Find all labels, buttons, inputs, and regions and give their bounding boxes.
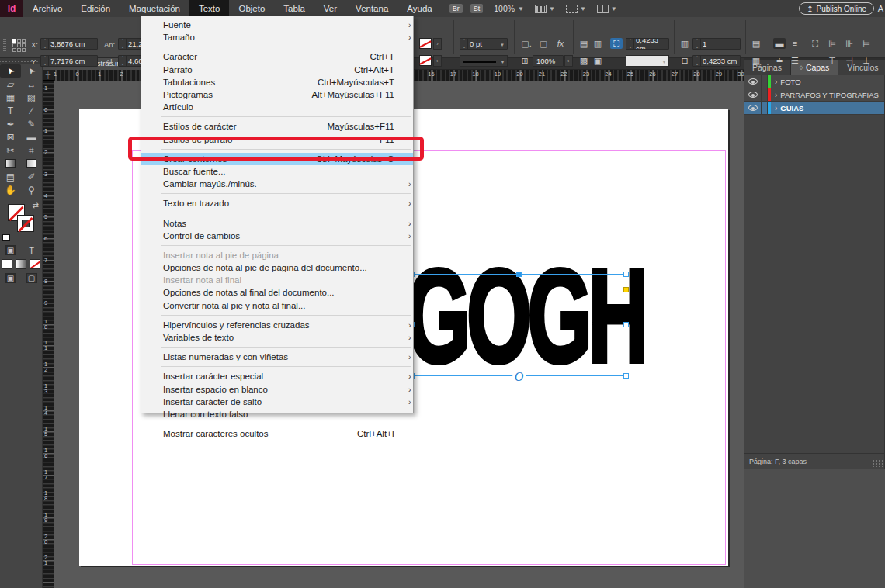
zoom-level-dropdown[interactable]: 100% ▼ (494, 4, 524, 13)
menubar-item-objeto[interactable]: Objeto (229, 0, 274, 17)
menu-item[interactable]: Texto en trazado› (141, 197, 413, 209)
selection-tool[interactable]: ➤ (0, 64, 21, 78)
menu-item[interactable]: CarácterCtrl+T (141, 50, 413, 63)
eyedropper-tool[interactable]: ✐ (21, 170, 42, 183)
align-right-edge-icon[interactable]: ⊨ (860, 38, 873, 49)
screen-mode-dropdown[interactable]: ▼ (566, 5, 586, 13)
formatting-affects-container-button[interactable]: ▣ (5, 245, 16, 255)
ruler-origin-corner[interactable]: ┼ (43, 70, 54, 81)
stepper-icon[interactable]: ⌃⌄ (120, 56, 127, 66)
swap-fill-stroke-icon[interactable]: ⇄ (33, 201, 39, 209)
align-top-icon[interactable]: ▬ (773, 38, 786, 49)
y-position-field[interactable]: ⌃⌄ 7,7176 cm (40, 55, 98, 67)
layer-row-guias[interactable]: ›GUIAS (744, 102, 884, 115)
reference-point-proxy[interactable] (12, 39, 26, 52)
note-tool[interactable]: ▤ (0, 170, 21, 183)
menu-item[interactable]: Notas› (141, 216, 413, 229)
stepper-icon[interactable]: ⌃⌄ (42, 56, 49, 66)
wrap-object-icon[interactable]: ▩ (578, 55, 590, 66)
stroke-weight-field[interactable]: ⌃⌄ 0 pt ▼ (460, 38, 508, 50)
distribute-center-icon[interactable]: ⊣ (843, 55, 856, 66)
object-style-dropdown[interactable]: ▼ (626, 55, 669, 67)
stepper-icon[interactable]: ⌃⌄ (461, 39, 468, 49)
menu-item[interactable]: Fuente› (141, 19, 413, 31)
menu-item[interactable]: Tamaño› (141, 31, 413, 43)
menu-item[interactable]: Mostrar caracteres ocultosCtrl+Alt+I (141, 427, 413, 440)
apply-gradient-button[interactable] (16, 259, 26, 269)
publish-online-button[interactable]: ↥ Publish Online (799, 2, 874, 15)
layer-expand-arrow-icon[interactable]: › (775, 78, 777, 86)
panel-resize-grip[interactable] (872, 459, 883, 467)
menu-item[interactable]: Control de cambios› (141, 230, 413, 242)
tint-field[interactable]: 100% (533, 55, 564, 67)
page-tool[interactable]: ▱ (0, 78, 21, 91)
menubar-item-ayuda[interactable]: Ayuda (397, 0, 441, 17)
scissors-tool[interactable]: ✂ (0, 144, 21, 157)
stroke-options-button[interactable]: › (433, 55, 442, 67)
menu-item[interactable]: Insertar carácter especial› (141, 370, 413, 382)
layer-visibility-toggle[interactable] (744, 102, 762, 114)
frame-fitting-icon[interactable]: ⛶ (610, 38, 623, 49)
tint-icon[interactable]: ⊞ (519, 55, 531, 66)
columns-field[interactable]: ⌃⌄ 1 (692, 38, 741, 50)
pen-tool[interactable]: ✒ (0, 117, 21, 130)
menu-item[interactable]: Hipervínculos y referencias cruzadas› (141, 319, 413, 331)
layer-lock-cell[interactable] (762, 88, 768, 101)
menu-item[interactable]: Variables de texto› (141, 331, 413, 344)
screen-mode-button[interactable]: ▢ (26, 273, 37, 283)
layer-lock-cell[interactable] (762, 75, 768, 88)
wrap-bounding-icon[interactable]: ▥ (592, 38, 604, 49)
arrange-documents-dropdown[interactable]: ▼ (597, 5, 617, 13)
layer-expand-arrow-icon[interactable]: › (775, 91, 777, 99)
align-bottom-icon[interactable]: ≐ (773, 55, 786, 66)
bridge-button[interactable]: Br (449, 4, 463, 13)
text-frame-selection[interactable]: O (411, 274, 626, 376)
columns-icon[interactable]: ▥ (678, 38, 691, 49)
hand-tool[interactable]: ✋ (0, 183, 21, 196)
tint-options-button[interactable]: › (564, 55, 573, 67)
align-center-icon[interactable]: ≡ (789, 38, 801, 49)
x-position-field[interactable]: ⌃⌄ 3,8676 cm (40, 38, 98, 50)
menubar-item-maquetación[interactable]: Maquetación (120, 0, 189, 17)
menu-item[interactable]: TabulacionesCtrl+Mayúsculas+T (141, 76, 413, 88)
direct-selection-tool[interactable]: ➤ (21, 64, 42, 78)
text-frame-columns-icon[interactable]: ▦ (750, 55, 762, 66)
menu-item[interactable]: PictogramasAlt+Mayúsculas+F11 (141, 88, 413, 101)
panel-drag-grip[interactable] (3, 39, 6, 53)
gutter-icon[interactable]: ⊟ (678, 55, 691, 66)
menu-item[interactable]: Opciones de nota al pie de página del do… (141, 261, 413, 274)
menubar-item-tabla[interactable]: Tabla (274, 0, 314, 17)
menu-item[interactable]: Artículo (141, 101, 413, 113)
menu-item[interactable]: Llenar con texto falso (141, 408, 413, 420)
menu-item[interactable]: Cambiar mayús./minús.› (141, 178, 413, 190)
menubar-item-edición[interactable]: Edición (71, 0, 120, 17)
apply-color-button[interactable] (2, 259, 12, 269)
view-options-dropdown[interactable]: ▼ (535, 5, 555, 13)
content-placer-tool[interactable]: ▨ (21, 91, 42, 104)
gap-tool[interactable]: ↔ (21, 78, 42, 91)
distribute-bottom-icon[interactable]: ⊥ (860, 55, 873, 66)
menu-item[interactable]: Opciones de notas al final del documento… (141, 286, 413, 299)
menu-item[interactable]: Insertar carácter de salto› (141, 396, 413, 408)
wrap-none-icon[interactable]: ▤ (578, 38, 590, 49)
stroke-style-dropdown[interactable]: ▼ (460, 55, 508, 67)
menubar-item-ventana[interactable]: Ventana (346, 0, 397, 17)
stepper-icon[interactable]: ⌃⌄ (694, 56, 701, 66)
apply-none-button[interactable] (30, 259, 40, 269)
menubar-item-texto[interactable]: Texto (189, 0, 230, 17)
layer-visibility-toggle[interactable] (744, 88, 762, 101)
menu-item[interactable]: PárrafoCtrl+Alt+T (141, 64, 413, 76)
type-tool[interactable]: T (0, 104, 21, 117)
layer-lock-cell[interactable] (762, 102, 768, 114)
menu-item[interactable]: Convertir nota al pie y nota al final... (141, 299, 413, 312)
default-fill-stroke-icon[interactable] (2, 234, 10, 241)
menu-item[interactable]: Listas numeradas y con viñetas› (141, 351, 413, 363)
stepper-icon[interactable]: ⌃⌄ (42, 39, 49, 49)
fit-frame-icon[interactable]: ⛶ (809, 38, 821, 49)
menubar-item-archivo[interactable]: Archivo (23, 0, 71, 17)
menubar-item-ver[interactable]: Ver (314, 0, 346, 17)
zoom-tool[interactable]: ⚲ (21, 183, 42, 196)
gradient-feather-tool[interactable] (21, 157, 42, 170)
text-frame-out-port[interactable]: O (512, 371, 526, 383)
corner-shape-icon[interactable]: ▢ (537, 38, 550, 49)
